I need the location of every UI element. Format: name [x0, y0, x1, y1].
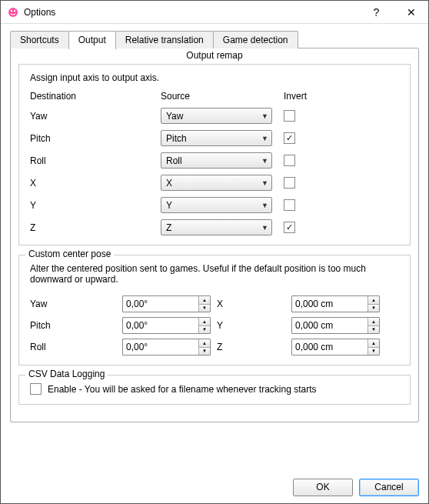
help-icon: ? — [374, 6, 380, 18]
remap-row: RollRoll▼ — [30, 152, 399, 169]
chevron-down-icon: ▼ — [261, 179, 268, 187]
pose-angle-label: Roll — [30, 342, 122, 352]
pose-axis-spin[interactable]: 0,000 cm▲▼ — [291, 295, 380, 312]
header-invert: Invert — [284, 91, 330, 102]
spin-down-icon[interactable]: ▼ — [368, 348, 379, 355]
options-dialog: Options ? ✕ Shortcuts Output Relative tr… — [0, 0, 429, 504]
window-title: Options — [24, 7, 359, 18]
combo-value: Y — [166, 200, 172, 211]
svg-point-2 — [14, 9, 15, 11]
center-legend: Custom center pose — [25, 249, 114, 259]
tab-bar: Shortcuts Output Relative translation Ga… — [10, 30, 419, 48]
spin-down-icon[interactable]: ▼ — [368, 305, 379, 312]
source-combo[interactable]: Z▼ — [161, 219, 272, 235]
remap-row: XX▼ — [30, 175, 399, 191]
spin-down-icon[interactable]: ▼ — [199, 326, 210, 334]
spin-up-icon[interactable]: ▲ — [368, 296, 379, 305]
invert-checkbox[interactable] — [284, 155, 295, 166]
invert-checkbox[interactable]: ✓ — [284, 222, 295, 233]
help-button[interactable]: ? — [359, 1, 394, 23]
invert-checkbox[interactable]: ✓ — [284, 132, 295, 144]
source-combo[interactable]: Roll▼ — [161, 152, 272, 169]
chevron-down-icon: ▼ — [261, 202, 268, 209]
header-source: Source — [161, 91, 284, 102]
pose-angle-spin[interactable]: 0,00°▲▼ — [122, 339, 211, 355]
pose-axis-label: Z — [211, 342, 226, 352]
spin-up-icon[interactable]: ▲ — [199, 318, 210, 326]
spin-up-icon[interactable]: ▲ — [368, 318, 379, 326]
pose-angle-spin[interactable]: 0,00°▲▼ — [122, 317, 211, 334]
spin-up-icon[interactable]: ▲ — [199, 339, 210, 348]
spin-buttons: ▲▼ — [367, 296, 379, 312]
dest-label: Z — [30, 222, 161, 233]
tab-game-detection[interactable]: Game detection — [213, 31, 298, 48]
combo-value: Z — [166, 222, 171, 233]
invert-checkbox[interactable] — [284, 110, 295, 122]
spin-value: 0,000 cm — [292, 318, 367, 333]
custom-center-pose-group: Custom center pose Alter the centered po… — [18, 255, 411, 365]
remap-row: ZZ▼✓ — [30, 219, 399, 235]
source-combo[interactable]: Pitch▼ — [161, 130, 272, 146]
spin-buttons: ▲▼ — [198, 296, 210, 312]
spin-value: 0,00° — [123, 339, 198, 355]
spin-value: 0,000 cm — [292, 339, 367, 355]
combo-value: X — [166, 178, 172, 189]
remap-intro: Assign input axis to output axis. — [30, 72, 399, 83]
pose-row: Roll0,00°▲▼Z0,000 cm▲▼ — [30, 339, 399, 355]
chevron-down-icon: ▼ — [261, 157, 268, 165]
center-description: Alter the centered position sent to game… — [30, 263, 399, 285]
combo-value: Yaw — [166, 111, 183, 122]
combo-value: Pitch — [166, 133, 187, 144]
dest-label: X — [30, 178, 161, 189]
pose-angle-spin[interactable]: 0,00°▲▼ — [122, 295, 211, 312]
dest-label: Yaw — [30, 111, 161, 122]
spin-up-icon[interactable]: ▲ — [368, 339, 379, 348]
spin-down-icon[interactable]: ▼ — [368, 326, 379, 334]
pose-angle-label: Yaw — [30, 299, 122, 309]
chevron-down-icon: ▼ — [261, 224, 268, 232]
tab-shortcuts[interactable]: Shortcuts — [10, 31, 69, 48]
pose-row: Yaw0,00°▲▼X0,000 cm▲▼ — [30, 295, 399, 312]
panel-title: Output remap — [11, 48, 418, 64]
csv-legend: CSV Data Logging — [25, 369, 108, 379]
chevron-down-icon: ▼ — [261, 112, 268, 120]
close-button[interactable]: ✕ — [394, 1, 428, 23]
tab-output[interactable]: Output — [68, 31, 116, 49]
cancel-button[interactable]: Cancel — [359, 479, 419, 496]
remap-row: YY▼ — [30, 197, 399, 213]
pose-axis-label: Y — [211, 320, 226, 331]
spin-value: 0,00° — [123, 318, 198, 333]
spin-up-icon[interactable]: ▲ — [199, 296, 210, 305]
spin-buttons: ▲▼ — [198, 339, 210, 355]
source-combo[interactable]: Y▼ — [161, 197, 272, 213]
spin-buttons: ▲▼ — [367, 318, 379, 333]
spin-buttons: ▲▼ — [367, 339, 379, 355]
dialog-footer: OK Cancel — [1, 471, 428, 503]
tab-relative-translation[interactable]: Relative translation — [115, 31, 214, 48]
output-remap-group: Assign input axis to output axis. Destin… — [18, 64, 411, 245]
pose-angle-label: Pitch — [30, 320, 122, 331]
combo-value: Roll — [166, 155, 182, 166]
pose-row: Pitch0,00°▲▼Y0,000 cm▲▼ — [30, 317, 399, 334]
spin-buttons: ▲▼ — [198, 318, 210, 333]
invert-checkbox[interactable] — [284, 177, 295, 189]
spin-down-icon[interactable]: ▼ — [199, 305, 210, 312]
output-tab-panel: Output remap Assign input axis to output… — [10, 48, 419, 422]
app-icon — [7, 6, 19, 18]
pose-axis-spin[interactable]: 0,000 cm▲▼ — [291, 339, 380, 355]
header-destination: Destination — [30, 91, 161, 102]
pose-axis-spin[interactable]: 0,000 cm▲▼ — [291, 317, 380, 334]
invert-checkbox[interactable] — [284, 199, 295, 211]
titlebar: Options ? ✕ — [1, 1, 428, 24]
dest-label: Y — [30, 200, 161, 211]
source-combo[interactable]: X▼ — [161, 175, 272, 191]
spin-down-icon[interactable]: ▼ — [199, 348, 210, 355]
csv-enable-label: Enable - You will be asked for a filenam… — [48, 384, 317, 395]
remap-header-row: Destination Source Invert — [30, 91, 399, 102]
ok-button[interactable]: OK — [293, 479, 353, 496]
pose-axis-label: X — [211, 299, 226, 309]
spin-value: 0,00° — [123, 296, 198, 312]
content-area: Shortcuts Output Relative translation Ga… — [1, 24, 428, 471]
csv-enable-checkbox[interactable] — [30, 383, 42, 395]
source-combo[interactable]: Yaw▼ — [161, 108, 272, 124]
